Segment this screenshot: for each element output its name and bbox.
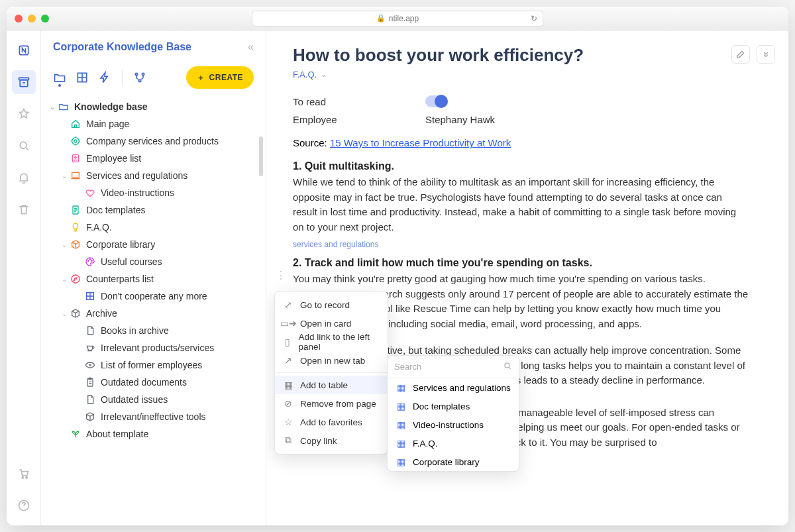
tree-item[interactable]: Irrelevant/ineffective tools (41, 408, 266, 425)
tree-root[interactable]: ⌄Knowledge base (41, 98, 266, 115)
search-icon (503, 361, 512, 372)
tree-item[interactable]: Company services and products (41, 133, 266, 150)
svg-point-5 (25, 477, 27, 479)
submenu-item[interactable]: ▦Corporate library (388, 452, 519, 471)
panel-icon: ▯ (283, 337, 292, 347)
rail-bar (7, 30, 41, 525)
rail-bell-icon[interactable] (12, 166, 36, 189)
scrollbar[interactable] (259, 136, 263, 176)
section-tag[interactable]: services and regulations (293, 240, 749, 249)
grid-icon: ▦ (396, 382, 406, 393)
tool-branch-icon[interactable] (133, 71, 146, 84)
rail-help-icon[interactable] (12, 494, 36, 517)
svg-point-9 (142, 73, 144, 75)
rail-search-icon[interactable] (12, 134, 36, 158)
ctx-open-in-card[interactable]: ▭➔Open in card (275, 314, 388, 333)
laptop-icon (69, 170, 82, 181)
tree-item[interactable]: F.A.Q. (41, 219, 266, 236)
breadcrumb[interactable]: F.A.Q.⌄ (293, 70, 749, 80)
rail-archive-icon[interactable] (12, 70, 36, 94)
ctx-copy-link[interactable]: ⧉Copy link (275, 431, 388, 450)
eye-icon (83, 360, 97, 370)
ctx-remove-from-page[interactable]: ⊘Remove from page (275, 394, 388, 413)
svg-point-17 (88, 260, 89, 261)
tree-item[interactable]: List of former employees (41, 356, 266, 374)
tree-item[interactable]: Books in archive (41, 322, 266, 339)
svg-point-12 (74, 140, 77, 142)
submenu-item[interactable]: ▦F.A.Q. (388, 434, 519, 452)
rail-star-icon[interactable] (12, 102, 36, 126)
cup-icon (83, 343, 97, 353)
tree-item[interactable]: Employee list (41, 150, 266, 167)
box-icon (69, 308, 82, 319)
tree-item[interactable]: Outdated documents (41, 374, 266, 391)
tree-item[interactable]: Don't cooperate any more (41, 288, 266, 305)
toread-toggle[interactable] (425, 95, 448, 107)
svg-point-11 (72, 138, 80, 145)
palette-icon (83, 256, 97, 267)
logo-icon[interactable] (12, 38, 36, 62)
svg-point-8 (135, 73, 137, 75)
tool-folder-icon[interactable] (53, 71, 66, 84)
tree-item[interactable]: ⌄Archive (41, 305, 266, 322)
submenu-item[interactable]: ▦Services and regulations (388, 378, 519, 397)
section-heading: 1. Quit multitasking. (293, 160, 749, 172)
heart-icon (83, 187, 97, 198)
ctx-add-favorites[interactable]: ☆Add to favorites (275, 413, 388, 431)
box-icon (83, 411, 97, 422)
source-link[interactable]: 15 Ways to Increase Productivity at Work (330, 137, 511, 148)
meta-label-employee: Employee (293, 114, 425, 125)
submenu-item[interactable]: ▦Doc templates (388, 397, 519, 415)
tree-item[interactable]: Useful courses (41, 253, 266, 270)
tree-item[interactable]: Video-instructions (41, 184, 266, 201)
svg-point-19 (91, 260, 92, 261)
box-icon (69, 239, 82, 250)
ctx-add-link-left[interactable]: ▯Add link to the left panel (275, 333, 388, 351)
tree-item[interactable]: Irrelevant products/services (41, 339, 266, 356)
target-icon (69, 136, 82, 146)
section-heading: 2. Track and limit how much time you're … (293, 257, 749, 269)
tree-item[interactable]: Outdated issues (41, 391, 266, 408)
chevron-down-icon[interactable] (757, 45, 775, 64)
grid-icon: ▦ (396, 438, 406, 449)
tree-item[interactable]: Doc templates (41, 201, 266, 219)
card-icon: ▭➔ (283, 318, 293, 329)
plus-icon: ＋ (197, 72, 205, 83)
drag-handle-icon[interactable]: ⋮ (276, 269, 286, 282)
rail-trash-icon[interactable] (12, 197, 36, 221)
copy-icon: ⧉ (283, 435, 293, 446)
source-row: Source: 15 Ways to Increase Productivity… (293, 137, 749, 148)
submenu-search[interactable]: Search (388, 356, 519, 378)
rail-cart-icon[interactable] (12, 462, 36, 486)
ctx-go-to-record[interactable]: ⤢Go to record (275, 295, 388, 314)
tool-grid-icon[interactable] (76, 71, 89, 84)
expand-icon: ⤢ (283, 299, 293, 310)
url-text: ntile.app (389, 14, 419, 23)
tree-item[interactable]: ⌄Services and regulations (41, 167, 266, 184)
workspace-title[interactable]: Corporate Knowledge Base (53, 41, 191, 53)
tool-bolt-icon[interactable] (98, 71, 111, 84)
edit-icon[interactable] (731, 45, 750, 64)
page-title: How to boost your work efficiency? (293, 45, 749, 66)
reload-icon[interactable]: ↻ (531, 14, 537, 23)
tree-item[interactable]: Main page (41, 115, 266, 133)
tree-item[interactable]: ⌄Corporate library (41, 236, 266, 253)
bulb-icon (69, 222, 82, 233)
tree-item[interactable]: About template (41, 425, 266, 443)
seedling-icon (69, 429, 82, 439)
collapse-sidebar-icon[interactable]: « (248, 41, 254, 53)
minimize-window-icon[interactable] (28, 15, 36, 23)
meta-label-toread: To read (293, 96, 425, 107)
submenu-item[interactable]: ▦Video-instructions (388, 415, 519, 434)
create-button[interactable]: ＋CREATE (186, 66, 254, 89)
ctx-open-new-tab[interactable]: ↗Open in new tab (275, 351, 388, 370)
grid-icon: ▦ (396, 401, 406, 411)
maximize-window-icon[interactable] (41, 15, 49, 23)
ctx-add-to-table[interactable]: ▦Add to table (275, 376, 388, 394)
titlebar: 🔒 ntile.app ↻ (7, 7, 788, 30)
grid-icon: ▦ (396, 419, 406, 430)
url-bar[interactable]: 🔒 ntile.app ↻ (252, 11, 543, 27)
tree-item[interactable]: ⌄Counterparts list (41, 270, 266, 288)
svg-point-22 (89, 364, 91, 366)
close-window-icon[interactable] (15, 15, 23, 23)
